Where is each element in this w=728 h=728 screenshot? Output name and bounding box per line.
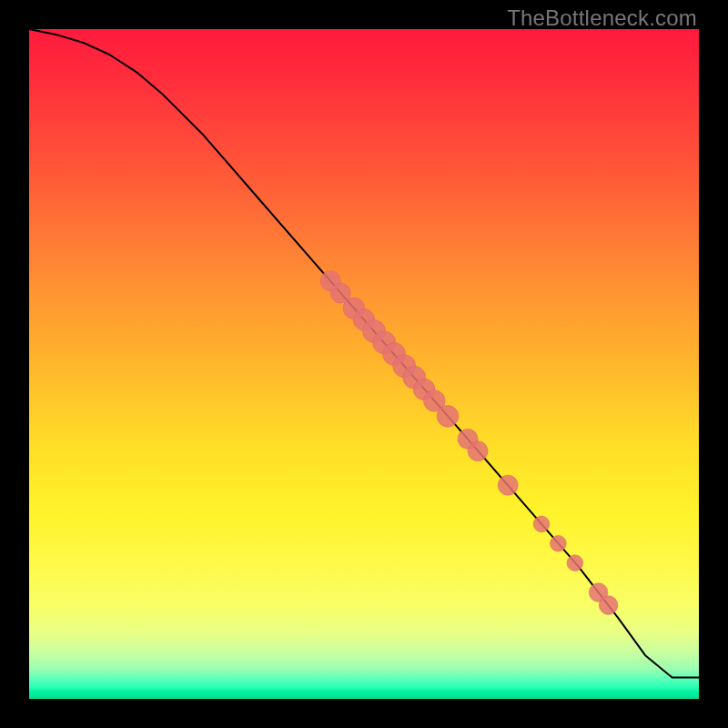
data-marker <box>437 406 459 428</box>
data-marker <box>533 516 550 532</box>
chart-svg <box>29 29 699 699</box>
chart-frame: TheBottleneck.com <box>0 0 728 728</box>
performance-curve-line <box>29 29 699 677</box>
data-marker <box>498 475 518 495</box>
data-marker <box>567 555 583 571</box>
data-marker <box>551 535 567 551</box>
marker-group <box>320 271 618 615</box>
attribution-text: TheBottleneck.com <box>507 5 697 31</box>
chart-gradient-area <box>29 29 699 699</box>
data-marker <box>468 441 488 461</box>
data-marker <box>599 596 618 615</box>
